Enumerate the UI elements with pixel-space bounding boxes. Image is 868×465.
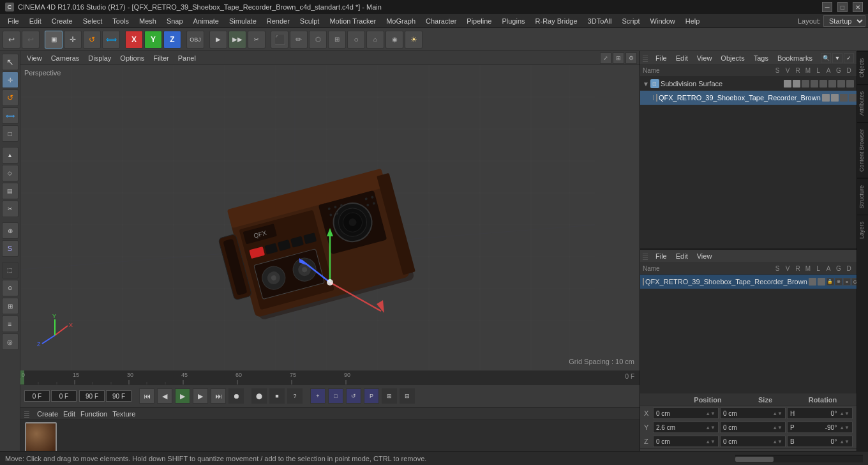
- key-stop-button[interactable]: ■: [269, 388, 285, 404]
- light-button[interactable]: ☀: [405, 31, 423, 49]
- coord-button[interactable]: ⊞: [2, 298, 19, 314]
- menu-pipeline[interactable]: Pipeline: [461, 16, 497, 26]
- sphere-button[interactable]: ○: [347, 31, 365, 49]
- attr-qfx-v[interactable]: [818, 278, 825, 286]
- obj-bookmarks-menu[interactable]: Bookmarks: [774, 54, 816, 63]
- pen-button[interactable]: ✏: [290, 31, 308, 49]
- key-all-button[interactable]: P: [364, 388, 379, 404]
- coord-pos-z[interactable]: 0 cm ▲▼: [653, 436, 719, 447]
- z-axis-button[interactable]: Z: [163, 31, 181, 49]
- obj-v-dot[interactable]: [793, 80, 800, 88]
- mat-function-menu[interactable]: Function: [80, 410, 107, 418]
- menu-render[interactable]: Render: [262, 16, 295, 26]
- vp-menu-display[interactable]: Display: [84, 53, 115, 63]
- start-frame-input[interactable]: 0 F: [24, 390, 50, 402]
- attr-icon-1[interactable]: 🔒: [827, 278, 834, 286]
- viewport-canvas[interactable]: Perspective: [20, 65, 640, 370]
- obj-view-menu[interactable]: View: [693, 54, 716, 63]
- menu-plugins[interactable]: Plugins: [497, 16, 530, 26]
- layout-dropdown[interactable]: Startup: [823, 15, 865, 27]
- obj-r-dot[interactable]: [802, 80, 809, 88]
- vtab-structure[interactable]: Structure: [857, 178, 868, 215]
- key-auto-button[interactable]: ⊟: [400, 388, 415, 404]
- obj-m-dot[interactable]: [811, 80, 818, 88]
- arrow-tool-button[interactable]: ↖: [2, 54, 19, 70]
- mat-edit-menu[interactable]: Edit: [63, 410, 75, 418]
- attr-icon-4[interactable]: G: [851, 278, 857, 286]
- coord-rot-b[interactable]: B 0° ▲▼: [787, 436, 853, 447]
- menu-snap[interactable]: Snap: [161, 16, 188, 26]
- coord-pos-x[interactable]: 0 cm ▲▼: [653, 408, 719, 419]
- obj-g-dot[interactable]: [837, 80, 845, 88]
- attr-icon-3[interactable]: ≡: [843, 278, 851, 286]
- window-controls[interactable]: ─ □ ✕: [822, 2, 863, 12]
- h-scrollbar-thumb[interactable]: [735, 457, 774, 462]
- render-view-button[interactable]: ▶: [209, 31, 227, 49]
- obj-s-dot[interactable]: [784, 80, 791, 88]
- redo-button[interactable]: ↩: [22, 31, 40, 49]
- key-question-button[interactable]: ?: [287, 388, 303, 404]
- h-scrollbar[interactable]: [735, 455, 863, 462]
- attr-edit-menu[interactable]: Edit: [672, 252, 692, 261]
- prev-frame-button[interactable]: ◀: [157, 388, 172, 404]
- vp-menu-panel[interactable]: Panel: [174, 53, 200, 63]
- y-axis-button[interactable]: Y: [144, 31, 162, 49]
- vp-menu-filter[interactable]: Filter: [149, 53, 172, 63]
- snap-side-button[interactable]: ◎: [2, 333, 19, 350]
- key-red-button[interactable]: ⬤: [251, 388, 267, 404]
- close-button[interactable]: ✕: [853, 2, 863, 12]
- max-frame-input[interactable]: 90 F: [106, 390, 131, 402]
- undo-button[interactable]: ↩: [3, 31, 20, 49]
- menu-edit[interactable]: Edit: [24, 16, 47, 26]
- vp-icon-expand[interactable]: ⤢: [600, 52, 611, 64]
- obj-file-menu[interactable]: File: [652, 54, 671, 63]
- cube-button[interactable]: ⬛: [271, 31, 288, 49]
- paint-button[interactable]: S: [2, 240, 19, 257]
- scale-tool-button[interactable]: ⟺: [102, 31, 120, 49]
- menu-mesh[interactable]: Mesh: [134, 16, 161, 26]
- model-mode-button[interactable]: ▣: [45, 31, 63, 49]
- mat-texture-menu[interactable]: Texture: [112, 410, 135, 418]
- obj-check-btn[interactable]: ✓: [844, 53, 854, 63]
- next-frame-button[interactable]: ▶: [193, 388, 208, 404]
- go-start-button[interactable]: ⏮: [139, 388, 154, 404]
- menu-script[interactable]: Script: [617, 16, 645, 26]
- obj-qfx-r[interactable]: [840, 94, 848, 102]
- weld-button[interactable]: ⊕: [2, 222, 19, 239]
- vtab-attributes[interactable]: Attributes: [857, 84, 868, 122]
- attr-file-menu[interactable]: File: [652, 252, 671, 261]
- menu-file[interactable]: File: [3, 16, 24, 26]
- loop-button[interactable]: ⬡: [309, 31, 327, 49]
- obj-l-dot[interactable]: [819, 80, 827, 88]
- obj-filter-btn[interactable]: ▼: [832, 53, 842, 63]
- bridge-button[interactable]: ▤: [2, 183, 19, 199]
- minimize-button[interactable]: ─: [822, 2, 832, 12]
- end-frame-input[interactable]: 90 F: [79, 390, 105, 402]
- menu-help[interactable]: Help: [680, 16, 705, 26]
- obj-expand-arrow[interactable]: ▼: [643, 80, 649, 88]
- layers-side-button[interactable]: ≡: [2, 316, 19, 332]
- move-tool-button[interactable]: ✛: [64, 31, 82, 49]
- coord-size-x[interactable]: 0 cm ▲▼: [720, 408, 786, 419]
- obj-d-dot[interactable]: [846, 80, 854, 88]
- attr-icon-2[interactable]: ⊕: [835, 278, 842, 286]
- obj-search-btn[interactable]: 🔍: [821, 53, 831, 63]
- x-axis-button[interactable]: X: [125, 31, 143, 49]
- menu-tools[interactable]: Tools: [107, 16, 134, 26]
- menu-3dtoall[interactable]: 3DToAll: [583, 16, 617, 26]
- obj-qfx-v[interactable]: [831, 94, 839, 102]
- attr-qfx-s[interactable]: [809, 278, 816, 286]
- obj-a-dot[interactable]: [828, 80, 836, 88]
- mat-button[interactable]: ◉: [385, 31, 403, 49]
- attr-qfx-item[interactable]: QFX_RETRO_39_Shoebox_Tape_Recorder_Brown…: [640, 275, 857, 289]
- menu-mograph[interactable]: MoGraph: [381, 16, 421, 26]
- play-button[interactable]: ▶: [175, 388, 190, 404]
- coord-pos-y[interactable]: 2.6 cm ▲▼: [653, 422, 719, 433]
- current-frame-input[interactable]: 0 F: [51, 390, 77, 402]
- menu-select[interactable]: Select: [78, 16, 108, 26]
- move-side-button[interactable]: ✛: [2, 72, 19, 88]
- obj-edit-menu[interactable]: Edit: [672, 54, 692, 63]
- array-button[interactable]: ⊞: [328, 31, 346, 49]
- scale-side-button[interactable]: ⟺: [2, 107, 19, 124]
- material-tag-button[interactable]: ⬚: [2, 262, 19, 278]
